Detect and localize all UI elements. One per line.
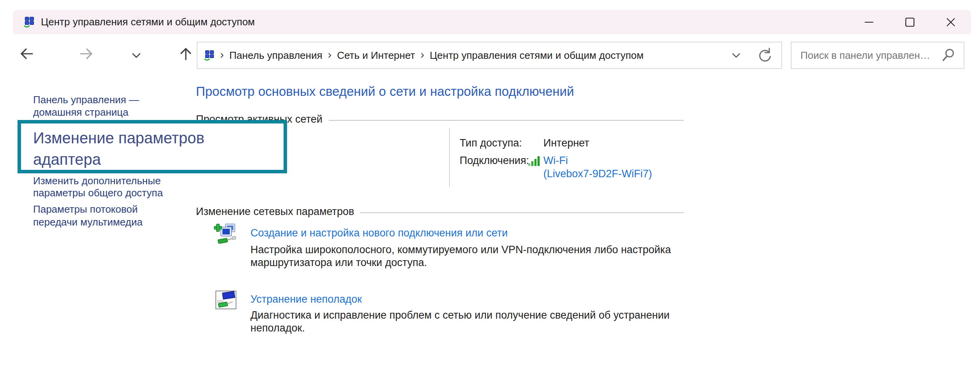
section-title: Изменение сетевых параметров <box>196 206 354 218</box>
network-settings-section-header: Изменение сетевых параметров <box>196 206 684 218</box>
breadcrumb-network-sharing-center[interactable]: Центр управления сетями и общим доступом <box>430 49 643 62</box>
refresh-icon <box>755 47 772 64</box>
close-button[interactable] <box>930 10 971 34</box>
search-input[interactable]: Поиск в панели управлен… <box>791 49 941 62</box>
network-center-app-icon <box>24 17 35 28</box>
troubleshoot-link[interactable]: Устранение неполадок <box>250 293 362 305</box>
connections-label: Подключения: <box>460 155 529 167</box>
breadcrumb-separator: › <box>220 48 224 61</box>
sidebar-item-label: Изменение параметров адаптера <box>33 127 259 170</box>
address-bar[interactable]: › Панель управления › Сеть и Интернет › … <box>197 42 782 69</box>
address-dropdown-button[interactable] <box>724 42 748 68</box>
breadcrumb-control-panel[interactable]: Панель управления <box>229 49 323 62</box>
section-rule <box>329 120 684 121</box>
wifi-signal-icon <box>527 155 541 167</box>
chevron-down-icon <box>730 49 742 61</box>
wifi-connection-link[interactable]: Wi-Fi <box>543 155 568 167</box>
close-icon <box>946 18 955 27</box>
sidebar-item-control-panel-home[interactable]: Панель управления — домашняя страница <box>33 93 162 118</box>
recent-pages-chevron-button[interactable] <box>130 49 143 62</box>
setup-new-connection-description: Настройка широкополосного, коммутируемог… <box>250 243 671 269</box>
access-type-value: Интернет <box>543 137 589 149</box>
search-box[interactable]: Поиск в панели управлен… <box>791 42 964 69</box>
minimize-icon <box>864 18 874 27</box>
sidebar-item-advanced-sharing-settings[interactable]: Изменить дополнительные параметры общего… <box>33 175 166 199</box>
window-title: Центр управления сетями и общим доступом <box>41 16 255 28</box>
up-button[interactable] <box>177 45 194 62</box>
page-title: Просмотр основных сведений о сети и наст… <box>196 84 574 99</box>
refresh-button[interactable] <box>748 42 779 68</box>
forward-button[interactable] <box>78 45 95 62</box>
wifi-ssid-link[interactable]: (Livebox7-9D2F-WiFi7) <box>543 168 652 180</box>
maximize-button[interactable] <box>889 10 930 34</box>
network-details-divider <box>449 128 450 187</box>
window-titlebar: Центр управления сетями и общим доступом <box>13 10 971 34</box>
sidebar-item-change-adapter-settings-highlighted[interactable]: Изменение параметров адаптера <box>18 120 287 173</box>
network-center-breadcrumb-icon <box>204 50 215 61</box>
breadcrumb-network-internet[interactable]: Сеть и Интернет <box>337 49 415 62</box>
back-button[interactable] <box>18 45 35 62</box>
access-type-label: Тип доступа: <box>460 137 522 149</box>
breadcrumb-separator: › <box>328 48 332 61</box>
sidebar-item-media-streaming-options[interactable]: Параметры потоковой передачи мультимедиа <box>33 203 166 229</box>
search-icon[interactable] <box>941 48 956 63</box>
breadcrumb-separator: › <box>420 48 424 61</box>
section-rule <box>360 212 684 213</box>
minimize-button[interactable] <box>848 10 889 34</box>
setup-new-connection-link[interactable]: Создание и настройка нового подключения … <box>250 227 508 239</box>
troubleshoot-icon <box>215 290 237 312</box>
maximize-icon <box>905 18 915 27</box>
new-connection-icon <box>213 221 238 245</box>
troubleshoot-description: Диагностика и исправление проблем с сеть… <box>250 309 670 335</box>
